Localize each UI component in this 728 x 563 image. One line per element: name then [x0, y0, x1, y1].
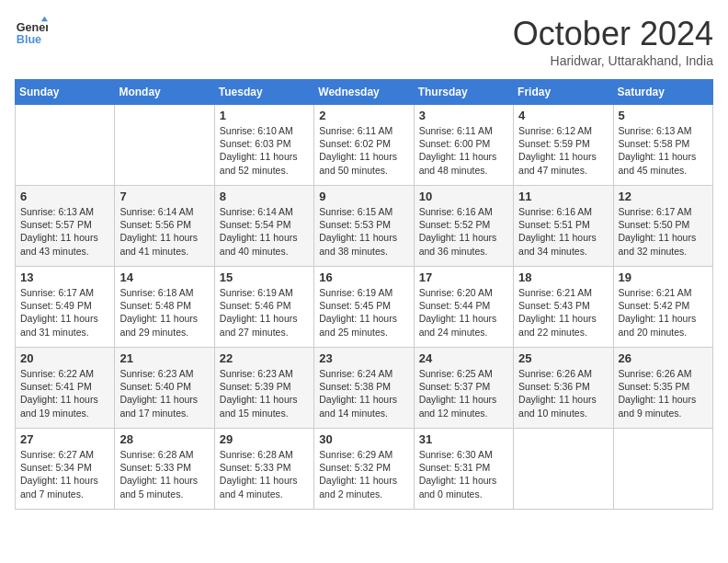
day-info: Sunrise: 6:29 AM Sunset: 5:32 PM Dayligh…	[319, 448, 408, 500]
day-info: Sunrise: 6:10 AM Sunset: 6:03 PM Dayligh…	[220, 124, 309, 177]
day-number: 23	[319, 351, 408, 365]
day-info: Sunrise: 6:22 AM Sunset: 5:41 PM Dayligh…	[20, 367, 109, 419]
calendar-cell: 22Sunrise: 6:23 AM Sunset: 5:39 PM Dayli…	[214, 348, 313, 429]
calendar-cell: 6Sunrise: 6:13 AM Sunset: 5:57 PM Daylig…	[16, 186, 115, 267]
weekday-header-thursday: Thursday	[414, 80, 513, 105]
weekday-header-saturday: Saturday	[613, 80, 712, 105]
day-number: 21	[119, 351, 209, 365]
day-number: 14	[119, 270, 209, 284]
day-info: Sunrise: 6:16 AM Sunset: 5:52 PM Dayligh…	[419, 205, 508, 258]
logo: General Blue	[15, 15, 48, 48]
day-number: 29	[220, 432, 309, 446]
day-number: 1	[220, 109, 309, 122]
day-info: Sunrise: 6:21 AM Sunset: 5:42 PM Dayligh…	[619, 286, 708, 339]
weekday-header-tuesday: Tuesday	[214, 80, 313, 105]
day-info: Sunrise: 6:11 AM Sunset: 6:02 PM Dayligh…	[319, 124, 408, 177]
day-number: 30	[319, 432, 408, 446]
day-number: 2	[319, 109, 408, 122]
weekday-header-wednesday: Wednesday	[314, 80, 414, 105]
day-number: 26	[619, 351, 708, 365]
day-info: Sunrise: 6:27 AM Sunset: 5:34 PM Dayligh…	[20, 448, 109, 500]
calendar-cell: 30Sunrise: 6:29 AM Sunset: 5:32 PM Dayli…	[314, 429, 414, 510]
day-info: Sunrise: 6:19 AM Sunset: 5:45 PM Dayligh…	[319, 286, 408, 339]
day-number: 31	[419, 432, 508, 446]
calendar-cell: 11Sunrise: 6:16 AM Sunset: 5:51 PM Dayli…	[514, 186, 613, 267]
day-number: 3	[419, 109, 508, 122]
calendar-cell: 24Sunrise: 6:25 AM Sunset: 5:37 PM Dayli…	[414, 348, 513, 429]
day-info: Sunrise: 6:13 AM Sunset: 5:57 PM Dayligh…	[20, 205, 109, 258]
day-info: Sunrise: 6:19 AM Sunset: 5:46 PM Dayligh…	[220, 286, 309, 339]
calendar-week-5: 27Sunrise: 6:27 AM Sunset: 5:34 PM Dayli…	[16, 429, 713, 510]
calendar-cell: 12Sunrise: 6:17 AM Sunset: 5:50 PM Dayli…	[613, 186, 712, 267]
day-number: 24	[419, 351, 508, 365]
page-header: General Blue October 2024 Haridwar, Utta…	[15, 15, 713, 68]
day-info: Sunrise: 6:23 AM Sunset: 5:40 PM Dayligh…	[119, 367, 209, 419]
svg-marker-2	[41, 17, 48, 21]
day-number: 27	[20, 432, 109, 446]
day-number: 6	[20, 190, 109, 203]
calendar-cell: 21Sunrise: 6:23 AM Sunset: 5:40 PM Dayli…	[115, 348, 214, 429]
day-info: Sunrise: 6:16 AM Sunset: 5:51 PM Dayligh…	[518, 205, 608, 258]
month-title: October 2024	[513, 15, 713, 53]
day-number: 22	[220, 351, 309, 365]
calendar-cell: 8Sunrise: 6:14 AM Sunset: 5:54 PM Daylig…	[214, 186, 313, 267]
calendar-cell	[613, 429, 712, 510]
calendar-cell	[16, 105, 115, 186]
day-info: Sunrise: 6:13 AM Sunset: 5:58 PM Dayligh…	[619, 124, 708, 177]
svg-text:Blue: Blue	[17, 33, 41, 46]
day-number: 5	[619, 109, 708, 122]
calendar-cell	[514, 429, 613, 510]
day-info: Sunrise: 6:11 AM Sunset: 6:00 PM Dayligh…	[419, 124, 508, 177]
weekday-header-sunday: Sunday	[16, 80, 115, 105]
calendar-cell: 18Sunrise: 6:21 AM Sunset: 5:43 PM Dayli…	[514, 267, 613, 348]
day-info: Sunrise: 6:28 AM Sunset: 5:33 PM Dayligh…	[119, 448, 209, 500]
day-number: 25	[518, 351, 608, 365]
calendar-cell: 19Sunrise: 6:21 AM Sunset: 5:42 PM Dayli…	[613, 267, 712, 348]
calendar-week-4: 20Sunrise: 6:22 AM Sunset: 5:41 PM Dayli…	[16, 348, 713, 429]
calendar-cell: 1Sunrise: 6:10 AM Sunset: 6:03 PM Daylig…	[214, 105, 313, 186]
calendar-cell: 20Sunrise: 6:22 AM Sunset: 5:41 PM Dayli…	[16, 348, 115, 429]
day-number: 28	[119, 432, 209, 446]
calendar-week-3: 13Sunrise: 6:17 AM Sunset: 5:49 PM Dayli…	[16, 267, 713, 348]
calendar-cell: 15Sunrise: 6:19 AM Sunset: 5:46 PM Dayli…	[214, 267, 313, 348]
calendar-cell: 2Sunrise: 6:11 AM Sunset: 6:02 PM Daylig…	[314, 105, 414, 186]
day-info: Sunrise: 6:30 AM Sunset: 5:31 PM Dayligh…	[419, 448, 508, 500]
location: Haridwar, Uttarakhand, India	[513, 53, 713, 68]
day-info: Sunrise: 6:23 AM Sunset: 5:39 PM Dayligh…	[220, 367, 309, 419]
day-number: 10	[419, 190, 508, 203]
day-number: 7	[119, 190, 209, 203]
calendar-cell: 28Sunrise: 6:28 AM Sunset: 5:33 PM Dayli…	[115, 429, 214, 510]
day-info: Sunrise: 6:25 AM Sunset: 5:37 PM Dayligh…	[419, 367, 508, 419]
calendar-cell: 10Sunrise: 6:16 AM Sunset: 5:52 PM Dayli…	[414, 186, 513, 267]
logo-icon: General Blue	[15, 15, 48, 48]
calendar-cell: 29Sunrise: 6:28 AM Sunset: 5:33 PM Dayli…	[214, 429, 313, 510]
day-number: 8	[220, 190, 309, 203]
day-number: 12	[619, 190, 708, 203]
day-info: Sunrise: 6:26 AM Sunset: 5:36 PM Dayligh…	[518, 367, 608, 419]
day-info: Sunrise: 6:20 AM Sunset: 5:44 PM Dayligh…	[419, 286, 508, 339]
calendar-cell: 27Sunrise: 6:27 AM Sunset: 5:34 PM Dayli…	[16, 429, 115, 510]
calendar-cell: 3Sunrise: 6:11 AM Sunset: 6:00 PM Daylig…	[414, 105, 513, 186]
weekday-header-monday: Monday	[115, 80, 214, 105]
day-info: Sunrise: 6:15 AM Sunset: 5:53 PM Dayligh…	[319, 205, 408, 258]
day-info: Sunrise: 6:18 AM Sunset: 5:48 PM Dayligh…	[119, 286, 209, 339]
calendar-cell: 25Sunrise: 6:26 AM Sunset: 5:36 PM Dayli…	[514, 348, 613, 429]
day-info: Sunrise: 6:24 AM Sunset: 5:38 PM Dayligh…	[319, 367, 408, 419]
calendar-cell: 5Sunrise: 6:13 AM Sunset: 5:58 PM Daylig…	[613, 105, 712, 186]
calendar-cell: 16Sunrise: 6:19 AM Sunset: 5:45 PM Dayli…	[314, 267, 414, 348]
calendar-cell: 17Sunrise: 6:20 AM Sunset: 5:44 PM Dayli…	[414, 267, 513, 348]
day-number: 9	[319, 190, 408, 203]
day-number: 4	[518, 109, 608, 122]
calendar-cell: 4Sunrise: 6:12 AM Sunset: 5:59 PM Daylig…	[514, 105, 613, 186]
day-info: Sunrise: 6:14 AM Sunset: 5:56 PM Dayligh…	[119, 205, 209, 258]
day-number: 17	[419, 270, 508, 284]
calendar-cell: 31Sunrise: 6:30 AM Sunset: 5:31 PM Dayli…	[414, 429, 513, 510]
day-info: Sunrise: 6:17 AM Sunset: 5:49 PM Dayligh…	[20, 286, 109, 339]
day-number: 11	[518, 190, 608, 203]
calendar-cell: 13Sunrise: 6:17 AM Sunset: 5:49 PM Dayli…	[16, 267, 115, 348]
calendar-cell: 9Sunrise: 6:15 AM Sunset: 5:53 PM Daylig…	[314, 186, 414, 267]
day-number: 13	[20, 270, 109, 284]
day-info: Sunrise: 6:12 AM Sunset: 5:59 PM Dayligh…	[518, 124, 608, 177]
calendar-table: SundayMondayTuesdayWednesdayThursdayFrid…	[15, 79, 713, 510]
day-info: Sunrise: 6:28 AM Sunset: 5:33 PM Dayligh…	[220, 448, 309, 500]
